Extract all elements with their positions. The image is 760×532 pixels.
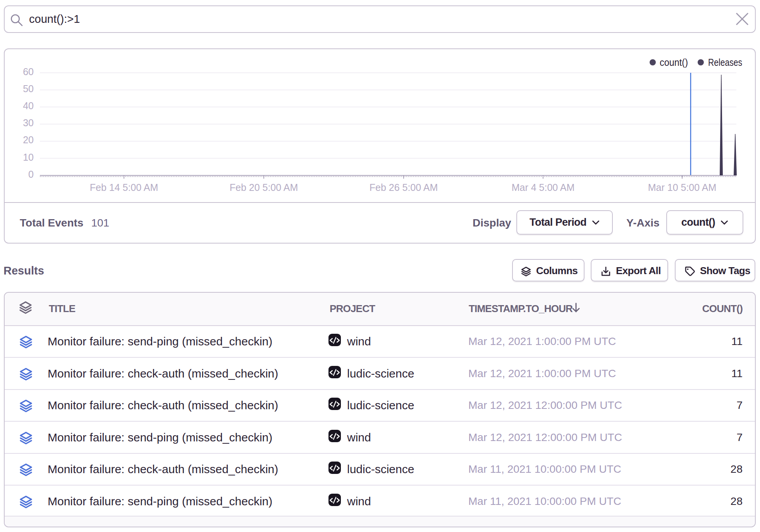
svg-text:10: 10 <box>23 152 34 163</box>
svg-text:50: 50 <box>23 83 34 94</box>
svg-text:Mar 4 5:00 AM: Mar 4 5:00 AM <box>512 182 575 193</box>
svg-text:Feb 14 5:00 AM: Feb 14 5:00 AM <box>90 182 158 193</box>
svg-text:Releases: Releases <box>708 57 742 68</box>
svg-text:Mar 10 5:00 AM: Mar 10 5:00 AM <box>648 182 716 193</box>
svg-text:40: 40 <box>23 100 34 111</box>
svg-text:30: 30 <box>23 117 34 128</box>
svg-text:0: 0 <box>28 169 34 180</box>
svg-text:Feb 20 5:00 AM: Feb 20 5:00 AM <box>230 182 298 193</box>
svg-text:60: 60 <box>23 66 34 77</box>
svg-text:count(): count() <box>660 57 688 68</box>
svg-text:20: 20 <box>23 134 34 145</box>
svg-text:Feb 26 5:00 AM: Feb 26 5:00 AM <box>370 182 438 193</box>
